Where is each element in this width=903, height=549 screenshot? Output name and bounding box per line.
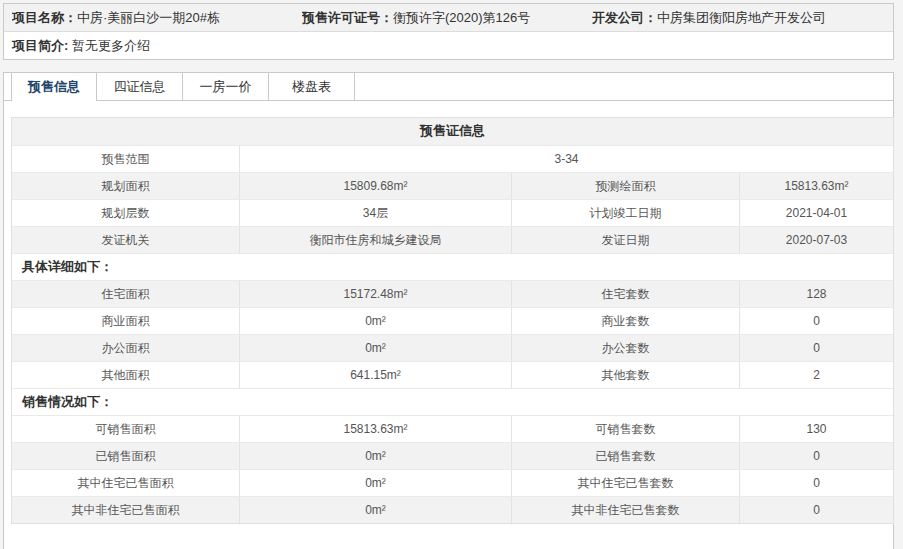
cell-label: 住宅套数 xyxy=(511,281,739,307)
cell-value: 0 xyxy=(739,443,893,469)
project-name-label: 项目名称： xyxy=(12,10,77,25)
section-header-sales: 销售情况如下： xyxy=(12,388,893,415)
cell-value: 0 xyxy=(739,335,893,361)
cell-label: 可销售面积 xyxy=(12,416,239,442)
cell-label: 规划面积 xyxy=(12,173,239,199)
section-label: 销售情况如下： xyxy=(12,389,893,415)
cell-value: 0m² xyxy=(239,470,511,496)
presale-permit-value: 衡预许字(2020)第126号 xyxy=(393,10,530,25)
cell-label: 其中住宅已售套数 xyxy=(511,470,739,496)
cell-label: 办公面积 xyxy=(12,335,239,361)
table-row: 其中住宅已售面积 0m² 其中住宅已售套数 0 xyxy=(12,469,893,496)
cell-label: 已销售面积 xyxy=(12,443,239,469)
cell-label: 其中非住宅已售面积 xyxy=(12,497,239,523)
cell-value: 0m² xyxy=(239,443,511,469)
cell-label: 发证日期 xyxy=(511,227,739,253)
table-row: 可销售面积 15813.63m² 可销售套数 130 xyxy=(12,415,893,442)
cell-label: 其他面积 xyxy=(12,362,239,388)
cell-value: 0 xyxy=(739,308,893,334)
tab-four-certificates[interactable]: 四证信息 xyxy=(97,73,183,100)
cell-value: 34层 xyxy=(239,200,511,226)
tab-presale-info[interactable]: 预售信息 xyxy=(11,73,97,100)
cell-label: 住宅面积 xyxy=(12,281,239,307)
table-row: 规划面积 15809.68m² 预测绘面积 15813.63m² xyxy=(12,172,893,199)
cell-value: 0m² xyxy=(239,335,511,361)
developer-label: 开发公司： xyxy=(592,10,657,25)
presale-permit-field: 预售许可证号：衡预许字(2020)第126号 xyxy=(302,9,592,27)
cell-label: 发证机关 xyxy=(12,227,239,253)
table-row: 其中非住宅已售面积 0m² 其中非住宅已售套数 0 xyxy=(12,496,893,523)
cell-value: 2020-07-03 xyxy=(739,227,893,253)
cell-label: 商业套数 xyxy=(511,308,739,334)
table-title: 预售证信息 xyxy=(12,118,893,145)
cell-label: 预测绘面积 xyxy=(511,173,739,199)
table-row: 发证机关 衡阳市住房和城乡建设局 发证日期 2020-07-03 xyxy=(12,226,893,253)
project-name-field: 项目名称：中房·美丽白沙一期20#栋 xyxy=(12,9,302,27)
cell-value: 15813.63m² xyxy=(739,173,893,199)
tab-bar: 预售信息 四证信息 一房一价 楼盘表 xyxy=(4,73,893,101)
tab-building-table[interactable]: 楼盘表 xyxy=(269,73,355,100)
section-header-details: 具体详细如下： xyxy=(12,253,893,280)
cell-value: 0 xyxy=(739,497,893,523)
presale-info-page: 项目名称：中房·美丽白沙一期20#栋 预售许可证号：衡预许字(2020)第126… xyxy=(0,0,903,549)
cell-label: 其中非住宅已售套数 xyxy=(511,497,739,523)
cell-value: 0m² xyxy=(239,497,511,523)
project-intro-row: 项目简介: 暂无更多介绍 xyxy=(4,32,893,59)
table-row: 商业面积 0m² 商业套数 0 xyxy=(12,307,893,334)
cell-label: 商业面积 xyxy=(12,308,239,334)
cell-label: 计划竣工日期 xyxy=(511,200,739,226)
project-intro-label: 项目简介: xyxy=(12,37,68,55)
cell-value: 0 xyxy=(739,470,893,496)
table-row: 其他面积 641.15m² 其他套数 2 xyxy=(12,361,893,388)
cell-value: 2 xyxy=(739,362,893,388)
cell-label: 其他套数 xyxy=(511,362,739,388)
presale-permit-label: 预售许可证号： xyxy=(302,10,393,25)
cell-value: 15809.68m² xyxy=(239,173,511,199)
cell-label: 办公套数 xyxy=(511,335,739,361)
content-box: 预售信息 四证信息 一房一价 楼盘表 预售证信息 预售范围 3-34 规划面积 … xyxy=(3,72,894,549)
cell-label: 可销售套数 xyxy=(511,416,739,442)
table-row: 办公面积 0m² 办公套数 0 xyxy=(12,334,893,361)
cell-value: 128 xyxy=(739,281,893,307)
cell-label: 已销售套数 xyxy=(511,443,739,469)
table-row: 住宅面积 15172.48m² 住宅套数 128 xyxy=(12,280,893,307)
developer-field: 开发公司：中房集团衡阳房地产开发公司 xyxy=(592,9,893,27)
cell-label: 规划层数 xyxy=(12,200,239,226)
cell-value: 15813.63m² xyxy=(239,416,511,442)
table-row: 规划层数 34层 计划竣工日期 2021-04-01 xyxy=(12,199,893,226)
project-header-row: 项目名称：中房·美丽白沙一期20#栋 预售许可证号：衡预许字(2020)第126… xyxy=(4,4,893,32)
cell-value: 15172.48m² xyxy=(239,281,511,307)
cell-label: 其中住宅已售面积 xyxy=(12,470,239,496)
cell-value: 0m² xyxy=(239,308,511,334)
project-header-box: 项目名称：中房·美丽白沙一期20#栋 预售许可证号：衡预许字(2020)第126… xyxy=(3,3,894,60)
cell-value: 2021-04-01 xyxy=(739,200,893,226)
developer-value: 中房集团衡阳房地产开发公司 xyxy=(657,10,826,25)
project-intro-text: 暂无更多介绍 xyxy=(72,37,150,55)
tab-price-per-unit[interactable]: 一房一价 xyxy=(183,73,269,100)
table-row: 预售范围 3-34 xyxy=(12,145,893,172)
cell-value: 衡阳市住房和城乡建设局 xyxy=(239,227,511,253)
presale-certificate-table: 预售证信息 预售范围 3-34 规划面积 15809.68m² 预测绘面积 15… xyxy=(11,117,894,524)
cell-value: 130 xyxy=(739,416,893,442)
project-name-value: 中房·美丽白沙一期20#栋 xyxy=(77,10,220,25)
table-title-row: 预售证信息 xyxy=(12,118,893,145)
section-label: 具体详细如下： xyxy=(12,254,893,280)
table-row: 已销售面积 0m² 已销售套数 0 xyxy=(12,442,893,469)
cell-label: 预售范围 xyxy=(12,146,239,172)
cell-value: 3-34 xyxy=(239,146,893,172)
cell-value: 641.15m² xyxy=(239,362,511,388)
